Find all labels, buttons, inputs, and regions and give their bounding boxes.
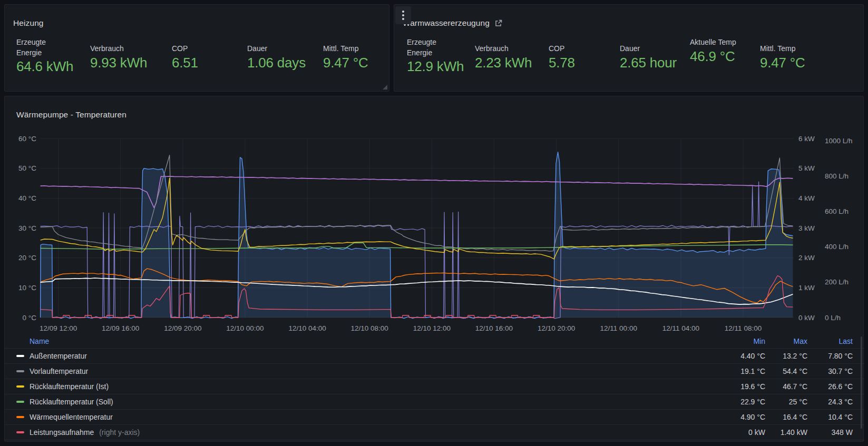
- legend-min-value: 4.40 °C: [717, 352, 765, 360]
- stat-label: Mittl. Temp: [323, 44, 368, 54]
- legend-min-value: 19.1 °C: [717, 367, 765, 375]
- panel-resize-handle[interactable]: [383, 85, 387, 90]
- y-axis-lh-tick: 400 L/h: [825, 243, 849, 251]
- legend-max-value: 54.4 °C: [765, 367, 807, 375]
- legend-scrollbar[interactable]: [861, 336, 862, 429]
- legend-header-min[interactable]: Min: [717, 337, 765, 345]
- x-axis-tick: 12/10 08:00: [351, 324, 388, 332]
- panel-title-heizung[interactable]: Heizung: [13, 18, 44, 28]
- x-axis-tick: 12/11 08:00: [725, 324, 762, 332]
- stat-value: 64.6 kWh: [16, 59, 73, 75]
- legend-series-name: Rücklauftemperatur (Soll): [30, 398, 113, 406]
- legend-last-value: 26.6 °C: [807, 382, 853, 391]
- panel-title-text: Warmwassererzeugung: [403, 18, 490, 28]
- legend-series-suffix: (right y-axis): [99, 428, 140, 437]
- legend-series-name: Außentemperatur: [30, 352, 87, 360]
- x-axis-tick: 12/10 12:00: [413, 324, 451, 332]
- x-axis-tick: 12/09 20:00: [164, 324, 201, 332]
- y-axis-lh-tick: 200 L/h: [825, 278, 849, 286]
- legend-color-swatch: [16, 416, 24, 419]
- stat-label: Dauer: [247, 44, 306, 54]
- stat-aktuelle-temp: Aktuelle Temp46.9 °C: [690, 37, 740, 64]
- legend-row-leistungsaufnahme: Leistungsaufnahme(right y-axis)0 kW1.40 …: [5, 425, 864, 440]
- panel-heizung: Heizung Erzeugte Energie64.6 kWhVerbrauc…: [4, 4, 389, 92]
- panel-title-text: Heizung: [13, 18, 44, 28]
- y-axis-left-tick: 10 °C: [18, 284, 36, 292]
- y-axis-kw-tick: 1 kW: [798, 284, 815, 292]
- panel-title-warmwasser[interactable]: Warmwassererzeugung: [403, 18, 502, 28]
- y-axis-left-tick: 0 °C: [23, 314, 37, 322]
- x-axis-tick: 12/11 00:00: [600, 324, 637, 332]
- legend-series-name: Vorlauftemperatur: [30, 367, 88, 375]
- kebab-dot: [402, 18, 404, 20]
- stat-cop: COP5.78: [549, 44, 575, 71]
- y-axis-lh-tick: 0 L/h: [825, 314, 841, 322]
- legend-series-toggle[interactable]: Außentemperatur: [16, 352, 717, 360]
- stat-label: Mittl. Temp: [760, 44, 805, 54]
- stat-value: 9.47 °C: [760, 55, 805, 71]
- legend-min-value: 22.9 °C: [717, 398, 765, 406]
- y-axis-lh-tick: 1000 L/h: [825, 137, 853, 145]
- panel-waermepumpe-temperaturen: Wärmepumpe - Temperaturen 0 °C10 °C20 °C…: [4, 96, 864, 442]
- series-fill-durchfluss_flow: [41, 152, 793, 319]
- x-axis-tick: 12/10 16:00: [475, 324, 513, 332]
- legend-header-name[interactable]: Name: [16, 337, 717, 345]
- legend-series-toggle[interactable]: Rücklauftemperatur (Soll): [16, 398, 717, 406]
- stat-label: Erzeugte Energie: [407, 37, 457, 58]
- x-axis-tick: 12/10 00:00: [226, 324, 264, 332]
- x-axis-tick: 12/10 04:00: [288, 324, 326, 332]
- y-axis-left-tick: 50 °C: [18, 164, 36, 172]
- legend-series-toggle[interactable]: Vorlauftemperatur: [16, 367, 717, 375]
- legend-series-name: Rücklauftemperatur (Ist): [30, 382, 109, 391]
- legend-row-vorlauftemperatur: Vorlauftemperatur19.1 °C54.4 °C30.7 °C: [5, 364, 864, 379]
- legend-series-name: Wärmequellentemperatur: [30, 413, 113, 421]
- y-axis-kw-tick: 5 kW: [798, 164, 815, 172]
- panel-warmwasser: Warmwassererzeugung Erzeugte Energie12.9…: [394, 4, 864, 92]
- stat-value: 12.9 kWh: [407, 59, 464, 75]
- legend-max-value: 46.7 °C: [765, 382, 807, 391]
- kebab-dot: [402, 14, 404, 16]
- legend-color-swatch: [16, 401, 24, 403]
- legend-row-au-entemperatur: Außentemperatur4.40 °C13.2 °C7.80 °C: [5, 349, 864, 364]
- stat-value: 46.9 °C: [690, 49, 740, 65]
- stat-erzeugte-energie: Erzeugte Energie64.6 kWh: [16, 37, 73, 75]
- y-axis-kw-tick: 2 kW: [798, 254, 815, 262]
- legend-last-value: 24.3 °C: [807, 398, 853, 406]
- stat-value: 2.23 kWh: [475, 55, 532, 71]
- legend-table: NameMinMaxLastAußentemperatur4.40 °C13.2…: [5, 334, 864, 440]
- external-link-icon[interactable]: [495, 19, 502, 27]
- legend-header-last[interactable]: Last: [807, 337, 853, 345]
- legend-series-toggle[interactable]: Leistungsaufnahme(right y-axis): [16, 428, 717, 437]
- y-axis-left-tick: 20 °C: [18, 254, 36, 262]
- stat-label: COP: [172, 44, 198, 54]
- stat-value: 1.06 days: [247, 55, 306, 71]
- kebab-dot: [402, 11, 404, 13]
- legend-row-w-rmequellentemperatur: Wärmequellentemperatur4.90 °C16.4 °C10.4…: [5, 410, 864, 425]
- stat-value: 9.47 °C: [323, 55, 368, 71]
- legend-last-value: 10.4 °C: [807, 413, 853, 421]
- legend-min-value: 4.90 °C: [717, 413, 765, 421]
- stat-value: 5.78: [549, 55, 575, 71]
- legend-series-toggle[interactable]: Rücklauftemperatur (Ist): [16, 382, 717, 391]
- stat-dauer: Dauer2.65 hour: [620, 44, 677, 71]
- stat-verbrauch: Verbrauch9.93 kWh: [90, 44, 147, 71]
- x-axis-tick: 12/09 16:00: [102, 324, 139, 332]
- legend-last-value: 348 W: [807, 428, 853, 437]
- y-axis-kw-tick: 0 kW: [798, 314, 815, 322]
- stat-label: Aktuelle Temp: [690, 37, 740, 48]
- timeseries-plot[interactable]: 0 °C10 °C20 °C30 °C40 °C50 °C60 °C0 kW1 …: [5, 115, 864, 334]
- legend-row-r-cklauftemperatur-ist: Rücklauftemperatur (Ist)19.6 °C46.7 °C26…: [5, 379, 864, 394]
- panel-menu-button[interactable]: [395, 6, 411, 24]
- y-axis-kw-tick: 6 kW: [798, 135, 815, 143]
- stat-dauer: Dauer1.06 days: [247, 44, 306, 71]
- legend-header-max[interactable]: Max: [765, 337, 807, 345]
- stat-mittl-temp: Mittl. Temp9.47 °C: [760, 44, 805, 71]
- legend-max-value: 25 °C: [765, 398, 807, 406]
- legend-max-value: 1.40 kW: [765, 428, 807, 437]
- legend-series-toggle[interactable]: Wärmequellentemperatur: [16, 413, 717, 421]
- stat-label: Erzeugte Energie: [16, 37, 67, 58]
- stat-verbrauch: Verbrauch2.23 kWh: [475, 44, 532, 71]
- y-axis-kw-tick: 4 kW: [798, 194, 815, 202]
- legend-color-swatch: [16, 355, 24, 358]
- y-axis-left-tick: 40 °C: [18, 194, 36, 202]
